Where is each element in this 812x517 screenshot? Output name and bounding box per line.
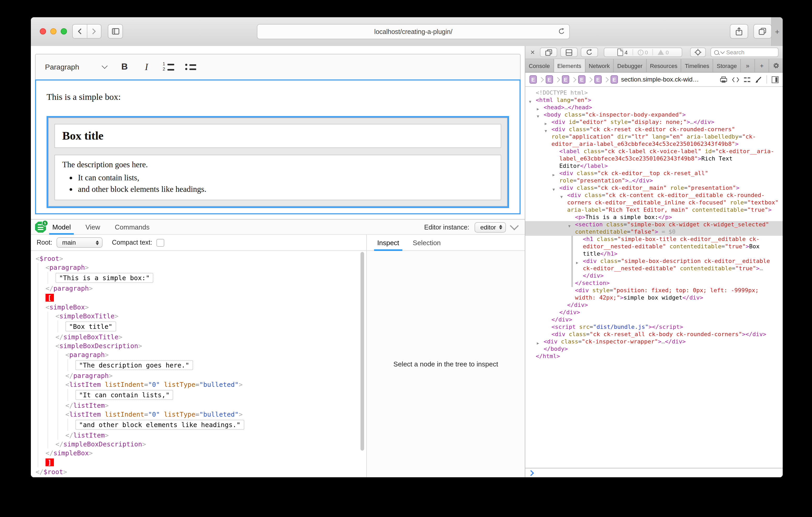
root-select[interactable]: main — [57, 237, 103, 248]
dom-tree-node[interactable]: </div> — [525, 309, 783, 316]
print-icon[interactable] — [720, 76, 727, 83]
element-badge-icon[interactable]: E — [578, 75, 585, 84]
dom-tree-node[interactable]: <p>This is a simple box:</p> — [525, 214, 783, 221]
source-code-icon[interactable] — [732, 77, 739, 82]
add-tab-button[interactable]: + — [755, 59, 769, 72]
dom-tree-node[interactable]: ▼<div class="ck ck-content ck-editor__ed… — [525, 192, 783, 214]
simple-box-widget[interactable]: Box title The description goes here. It … — [47, 116, 509, 208]
model-tree-node[interactable]: </simpleBoxTitle> — [31, 332, 366, 341]
model-tree-node[interactable]: "The description goes here." — [31, 359, 366, 371]
minimize-window-button[interactable] — [50, 28, 57, 34]
styles-brush-icon[interactable] — [755, 76, 762, 83]
dom-tree-node[interactable]: <h1 class="simple-box-title ck-editor__e… — [525, 236, 783, 258]
detach-devtools-button[interactable] — [540, 48, 557, 57]
model-tree-node[interactable]: </listItem> — [31, 401, 366, 410]
grid-icon[interactable] — [744, 76, 750, 83]
devtools-tab-elements[interactable]: Elements — [554, 59, 585, 72]
devtools-tab-resources[interactable]: Resources — [646, 59, 682, 72]
dom-tree-node[interactable]: ▼<section class="simple-box ck-widget ck… — [525, 221, 783, 236]
element-badge-icon[interactable]: E — [562, 75, 569, 84]
bold-button[interactable]: B — [117, 59, 132, 75]
model-tree-node[interactable]: <listItem listIndent="0" listType="bulle… — [31, 410, 366, 419]
dom-tree-node[interactable]: </section> — [525, 280, 783, 287]
dom-tree-node[interactable]: <label class="ck ck-label ck-voice-label… — [525, 148, 783, 170]
editor-editable-area[interactable]: This is a simple box: Box title The desc… — [35, 80, 521, 214]
devtools-search-input[interactable]: Search — [710, 48, 779, 57]
collapse-inspector-icon[interactable] — [510, 221, 519, 230]
list-item[interactable]: It can contain lists, — [78, 173, 493, 183]
element-badge-icon[interactable]: E — [546, 75, 553, 84]
model-tree-node[interactable]: <simpleBox> — [31, 303, 366, 311]
address-bar[interactable]: localhost/creating-a-plugin/ — [257, 24, 570, 39]
model-tree-scrollbar[interactable] — [360, 252, 364, 451]
breadcrumb-selected-node-label[interactable]: section.simple-box.ck-wid… — [621, 76, 699, 83]
disclosure-open-icon[interactable]: ▼ — [560, 193, 563, 201]
bulleted-list-button[interactable] — [183, 59, 198, 75]
simple-box-title[interactable]: Box title — [54, 124, 501, 148]
model-tree-node[interactable]: "This is a simple box:" — [31, 272, 366, 284]
devtools-tab-timelines[interactable]: Timelines — [682, 59, 714, 72]
model-tree-node[interactable]: </$root> — [31, 467, 366, 476]
devtools-tab-console[interactable]: Console — [525, 59, 554, 72]
inspector-tab-inspect[interactable]: Inspect — [376, 235, 400, 251]
model-tree-node[interactable]: <paragraph> — [31, 263, 366, 272]
editor-instance-select[interactable]: editor — [474, 222, 506, 232]
dom-tree-node[interactable]: ▼<div class="ck ck-reset ck-editor ck-ro… — [525, 126, 783, 148]
model-tree-node[interactable]: [ — [31, 293, 366, 303]
dom-tree-node[interactable]: ▼<html lang="en"> — [525, 97, 783, 104]
dom-tree-node[interactable]: <div class="ck ck-reset_all ck-body ck-r… — [525, 331, 783, 338]
description-paragraph[interactable]: The description goes here. — [62, 160, 493, 170]
dom-tree-node[interactable]: ▶<div id="editor" style="display: none;"… — [525, 119, 783, 126]
dom-tree-node[interactable]: <!DOCTYPE html> — [525, 89, 783, 97]
model-tree-node[interactable]: <$root> — [31, 254, 366, 263]
more-tabs-button[interactable]: » — [741, 59, 755, 72]
tab-overview-button[interactable] — [753, 24, 772, 39]
element-badge-icon[interactable]: E — [529, 75, 537, 84]
reload-page-button[interactable] — [581, 48, 598, 57]
dom-tree-node[interactable]: </body> — [525, 345, 783, 353]
editor-paragraph[interactable]: This is a simple box: — [47, 92, 509, 102]
share-button[interactable] — [730, 24, 748, 39]
inspect-element-button[interactable] — [690, 48, 706, 57]
compact-text-checkbox[interactable] — [156, 239, 164, 246]
dom-tree-node[interactable]: ▶<head>…</head> — [525, 104, 783, 111]
back-button[interactable] — [73, 25, 87, 38]
element-badge-icon[interactable]: E — [594, 75, 602, 84]
numbered-list-button[interactable]: 1 2 — [161, 59, 176, 75]
close-window-button[interactable] — [40, 28, 46, 34]
dom-tree-node[interactable]: ▼<body class="ck-inspector-body-expanded… — [525, 111, 783, 119]
inspector-tab-model[interactable]: Model — [51, 219, 72, 235]
new-tab-button[interactable]: + — [771, 17, 783, 46]
devtools-tab-storage[interactable]: Storage — [714, 59, 741, 72]
model-tree-node[interactable]: </listItem> — [31, 431, 366, 439]
model-tree-node[interactable]: </simpleBoxDescription> — [31, 439, 366, 449]
quick-console[interactable] — [525, 468, 783, 477]
dom-tree-node[interactable]: ▼<div class="ck ck-editor__main" role="p… — [525, 185, 783, 192]
model-tree-node[interactable]: <simpleBoxTitle> — [31, 311, 366, 321]
model-tree-node[interactable]: <paragraph> — [31, 350, 366, 359]
simple-box-description[interactable]: The description goes here. It can contai… — [54, 155, 501, 200]
devtools-settings-button[interactable] — [769, 59, 783, 72]
model-tree-node[interactable]: <simpleBoxDescription> — [31, 341, 366, 350]
model-tree-node[interactable]: </simpleBox> — [31, 449, 366, 457]
dom-tree-node[interactable]: </div> — [525, 302, 783, 309]
sidebar-toggle-button[interactable] — [108, 24, 123, 39]
close-devtools-button[interactable]: ✕ — [528, 48, 537, 57]
forward-button[interactable] — [87, 25, 101, 38]
model-tree-node[interactable]: </paragraph> — [31, 284, 366, 293]
zoom-window-button[interactable] — [61, 28, 67, 34]
devtools-tab-network[interactable]: Network — [585, 59, 614, 72]
details-sidebar-toggle-icon[interactable] — [772, 76, 779, 83]
box-title-heading[interactable]: Box title — [62, 129, 493, 143]
italic-button[interactable]: I — [139, 59, 154, 75]
disclosure-open-icon[interactable]: ▼ — [545, 127, 547, 135]
model-tree-node[interactable]: <listItem listIndent="0" listType="bulle… — [31, 380, 366, 389]
heading-dropdown[interactable]: Paragraph — [42, 61, 110, 73]
reload-icon[interactable] — [558, 28, 565, 38]
model-tree-node[interactable]: "Box title" — [31, 321, 366, 332]
dom-tree-node[interactable]: <div style="position: fixed; top: 0px; l… — [525, 287, 783, 302]
model-tree-node[interactable]: </paragraph> — [31, 371, 366, 380]
dom-tree-node[interactable]: ▶<div class="ck ck-editor__top ck-reset_… — [525, 170, 783, 185]
model-tree-node[interactable]: "and other block elements like headings.… — [31, 419, 366, 431]
inspector-tab-view[interactable]: View — [85, 219, 101, 235]
